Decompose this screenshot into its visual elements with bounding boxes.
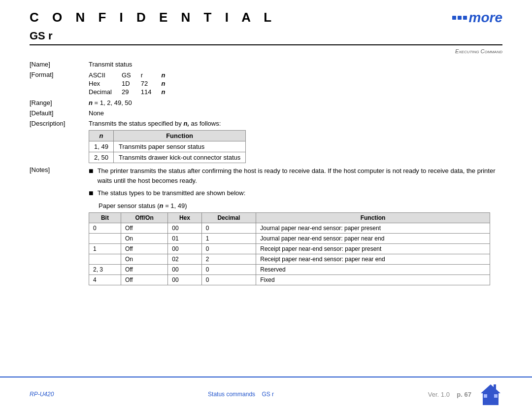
format-cmd-1: 1D	[122, 79, 141, 88]
name-label: [Name]	[30, 59, 89, 69]
desc-header-function: Function	[113, 131, 245, 141]
dots-icon	[452, 16, 467, 20]
description-label: [Description]	[30, 118, 89, 165]
format-cmd-2: 29	[122, 88, 141, 96]
footer-right: Ver. 1.0 p. 67	[428, 382, 502, 406]
sensor-header-row: Bit Off/On Hex Decimal Function	[89, 212, 490, 223]
sensor-decimal-5: 0	[201, 274, 256, 285]
dot-3	[463, 16, 467, 20]
sensor-hex-5: 00	[168, 274, 201, 285]
home-icon[interactable]	[479, 382, 502, 406]
sensor-bit-3	[89, 254, 121, 264]
desc-func-1: Transmits drawer kick-out connector stat…	[113, 152, 245, 163]
more-logo: more	[452, 10, 502, 26]
sensor-offon-3: On	[121, 254, 167, 264]
description-intro: Transmits the status specified by n, as …	[89, 120, 221, 127]
svg-rect-1	[489, 398, 493, 405]
note-text-0: The printer transmits the status after c…	[98, 166, 502, 185]
sensor-func-2: Receipt paper near-end sensor: paper pre…	[256, 243, 490, 254]
format-type-0: ASCII	[89, 71, 122, 79]
sensor-row-3: On 02 2 Receipt paper near-end sensor: p…	[89, 254, 490, 264]
format-content: ASCII GS r n Hex 1D 72 n Decimal 29	[89, 69, 502, 98]
sensor-row-4: 2, 3 Off 00 0 Reserved	[89, 264, 490, 274]
name-row: [Name] Transmit status	[30, 59, 502, 69]
footer-product: RP-U420	[30, 391, 54, 398]
sensor-offon-0: Off	[121, 223, 167, 233]
sensor-hex-0: 00	[168, 223, 201, 233]
sensor-decimal-0: 0	[201, 223, 256, 233]
format-row-0: ASCII GS r n	[89, 71, 175, 79]
format-n-1: n	[161, 79, 175, 88]
sensor-decimal-4: 0	[201, 264, 256, 274]
default-label: [Default]	[30, 108, 89, 118]
range-value: n = 1, 2, 49, 50	[89, 98, 502, 108]
description-row: [Description] Transmits the status speci…	[30, 118, 502, 165]
svg-rect-4	[494, 384, 496, 389]
format-param-0: r	[141, 71, 162, 79]
desc-row-0: 1, 49 Transmits paper sensor status	[89, 141, 246, 152]
sensor-th-hex: Hex	[168, 212, 201, 223]
sensor-table: Bit Off/On Hex Decimal Function 0 Off 00	[89, 212, 490, 285]
dot-1	[452, 16, 456, 20]
sensor-th-bit: Bit	[89, 212, 121, 223]
range-row: [Range] n = 1, 2, 49, 50	[30, 98, 502, 108]
sensor-func-1: Journal paper near-end sensor: paper nea…	[256, 233, 490, 243]
desc-table: n Function 1, 49 Transmits paper sensor …	[89, 130, 246, 163]
footer-version: Ver. 1.0 p. 67	[428, 391, 471, 398]
description-content: Transmits the status specified by n, as …	[89, 118, 502, 165]
footer: RP-U420 Status commands GS r Ver. 1.0 p.…	[0, 377, 532, 411]
sensor-func-4: Reserved	[256, 264, 490, 274]
format-row: [Format] ASCII GS r n Hex 1D 72 n	[30, 69, 502, 98]
sensor-offon-4: Off	[121, 264, 167, 274]
footer-breadcrumb: Status commands GS r	[208, 391, 274, 398]
sensor-row-2: 1 Off 00 0 Receipt paper near-end sensor…	[89, 243, 490, 254]
sensor-decimal-2: 0	[201, 243, 256, 254]
command-title: GS r	[30, 30, 502, 42]
svg-rect-3	[494, 394, 498, 398]
sensor-th-decimal: Decimal	[201, 212, 256, 223]
desc-header-n: n	[89, 131, 114, 141]
name-value: Transmit status	[89, 59, 502, 69]
sensor-bit-4: 2, 3	[89, 264, 121, 274]
desc-n-0: 1, 49	[89, 141, 114, 152]
format-row-2: Decimal 29 114 n	[89, 88, 175, 96]
range-label: [Range]	[30, 98, 89, 108]
sensor-func-3: Receipt paper near-end sensor: paper nea…	[256, 254, 490, 264]
format-row-1: Hex 1D 72 n	[89, 79, 175, 88]
sensor-offon-2: Off	[121, 243, 167, 254]
sensor-hex-4: 00	[168, 264, 201, 274]
sensor-hex-2: 00	[168, 243, 201, 254]
format-n-2: n	[161, 88, 175, 96]
sensor-func-5: Fixed	[256, 274, 490, 285]
notes-content: ■ The printer transmits the status after…	[89, 165, 502, 287]
sensor-row-0: 0 Off 00 0 Journal paper near-end sensor…	[89, 223, 490, 233]
sensor-th-offon: Off/On	[121, 212, 167, 223]
more-text: more	[469, 10, 502, 26]
default-row: [Default] None	[30, 108, 502, 118]
format-param-2: 114	[141, 88, 162, 96]
notes-row: [Notes] ■ The printer transmits the stat…	[30, 165, 502, 287]
sensor-hex-3: 02	[168, 254, 201, 264]
paper-sensor-label: Paper sensor status (n = 1, 49)	[99, 202, 502, 209]
desc-func-0: Transmits paper sensor status	[113, 141, 245, 152]
note-item-1: ■ The status types to be transmitted are…	[89, 188, 502, 198]
sensor-decimal-1: 1	[201, 233, 256, 243]
note-bullet-0: ■	[89, 166, 94, 175]
sensor-bit-1	[89, 233, 121, 243]
sensor-bit-5: 4	[89, 274, 121, 285]
sensor-func-0: Journal paper near-end sensor: paper pre…	[256, 223, 490, 233]
format-type-1: Hex	[89, 79, 122, 88]
sensor-decimal-3: 2	[201, 254, 256, 264]
range-n: n	[89, 99, 93, 106]
sensor-offon-5: Off	[121, 274, 167, 285]
confidential-title: C O N F I D E N T I A L	[30, 10, 276, 25]
sensor-bit-2: 1	[89, 243, 121, 254]
sensor-hex-1: 01	[168, 233, 201, 243]
sensor-offon-1: On	[121, 233, 167, 243]
footer-category: Status commands	[208, 391, 255, 398]
desc-n-1: 2, 50	[89, 152, 114, 163]
title-divider	[30, 44, 502, 45]
main-table: [Name] Transmit status [Format] ASCII GS…	[30, 59, 502, 287]
sensor-row-1: On 01 1 Journal paper near-end sensor: p…	[89, 233, 490, 243]
dot-2	[458, 16, 462, 20]
